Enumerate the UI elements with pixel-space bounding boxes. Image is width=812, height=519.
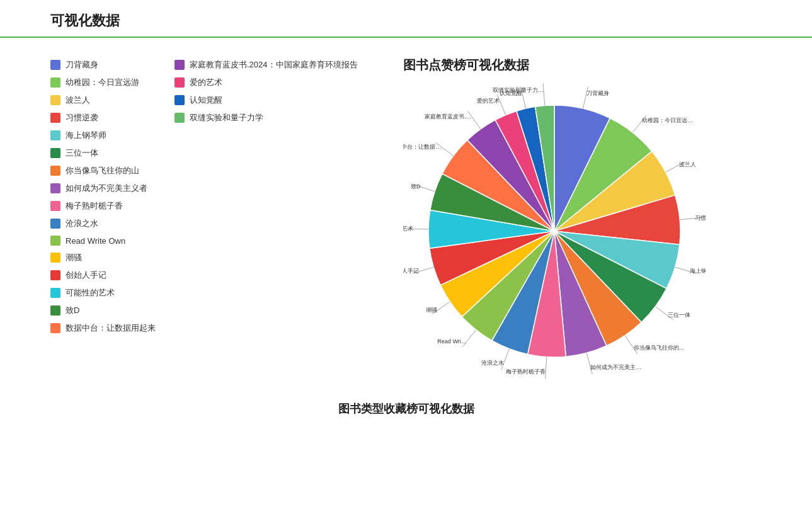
legend-color-box	[50, 148, 60, 158]
pie-chart: 刀背藏身幼稚园：今日宜远…波兰人习惯逆袭海上钢琴师三位一体你当像鸟飞往你的…如何…	[403, 80, 706, 382]
legend-col1: 刀背藏身幼稚园：今日宜远游波兰人习惯逆袭海上钢琴师三位一体你当像鸟飞往你的山如何…	[50, 57, 156, 336]
legend-area: 刀背藏身幼稚园：今日宜远游波兰人习惯逆袭海上钢琴师三位一体你当像鸟飞往你的山如何…	[50, 57, 391, 382]
legend-label: 幼稚园：今日宜远游	[66, 77, 139, 88]
legend-label: 波兰人	[66, 94, 90, 106]
legend-label: 沧浪之水	[66, 218, 98, 229]
legend-label: 可能性的艺术	[66, 287, 115, 299]
legend-item: 刀背藏身	[50, 57, 156, 73]
legend-item: Read Write Own	[50, 233, 156, 248]
legend-color-box	[174, 77, 185, 88]
legend-color-box	[50, 201, 60, 211]
legend-item: 你当像鸟飞往你的山	[50, 163, 156, 179]
legend-color-box	[50, 305, 60, 316]
legend-item: 创始人手记	[50, 267, 156, 283]
legend-label: 三位一体	[66, 147, 98, 159]
pie-label: 潮骚	[426, 307, 437, 313]
pie-label: 三位一体	[668, 312, 690, 318]
legend-item: 海上钢琴师	[50, 127, 156, 144]
pie-label: 双缝实验和量子力…	[493, 87, 544, 93]
legend-label: 海上钢琴师	[66, 130, 106, 141]
legend-item: 认知觉醒	[174, 92, 358, 108]
pie-label: 数据中台：让数据…	[403, 144, 441, 150]
legend-item: 三位一体	[50, 145, 156, 161]
legend-item: 致D	[50, 302, 156, 319]
pie-label: 创始人手记	[403, 268, 419, 274]
pie-label: 致D	[411, 183, 421, 190]
legend-label: 习惯逆袭	[66, 112, 98, 123]
chart-area: 图书点赞榜可视化数据 刀背藏身幼稚园：今日宜远…波兰人习惯逆袭海上钢琴师三位一体…	[403, 57, 793, 382]
legend-item: 家庭教育蓝皮书.2024：中国家庭养育环境报告	[174, 57, 358, 73]
legend-item: 幼稚园：今日宜远游	[50, 74, 156, 91]
legend-label: 创始人手记	[66, 270, 106, 281]
legend-color-box	[50, 253, 60, 263]
legend-color-box	[50, 166, 60, 176]
bottom-chart-title: 图书类型收藏榜可视化数据	[0, 401, 812, 416]
legend-item: 爱的艺术	[174, 74, 358, 91]
pie-label: 梅子熟时栀子香	[505, 368, 546, 375]
page-header: 可视化数据	[0, 0, 812, 38]
legend-color-box	[50, 95, 60, 105]
legend-label: 刀背藏身	[66, 59, 98, 71]
legend-color-box	[174, 60, 185, 70]
pie-label: 爱的艺术	[477, 98, 500, 104]
legend-label: 双缝实验和量子力学	[190, 112, 263, 123]
legend-item: 习惯逆袭	[50, 110, 156, 126]
pie-label: 如何成为不完美主…	[590, 364, 641, 370]
legend-color-box	[50, 219, 60, 229]
pie-label: 幼稚园：今日宜远…	[642, 117, 693, 123]
legend-color-box	[50, 60, 60, 70]
legend-color-box	[50, 236, 60, 246]
pie-label: 沧浪之水	[481, 360, 504, 366]
legend-item: 潮骚	[50, 249, 156, 266]
main-content: 刀背藏身幼稚园：今日宜远游波兰人习惯逆袭海上钢琴师三位一体你当像鸟飞往你的山如何…	[0, 50, 812, 389]
page-title: 可视化数据	[50, 11, 793, 30]
pie-label: 你当像鸟飞往你的…	[634, 345, 685, 351]
legend-label: 致D	[66, 305, 79, 316]
legend-item: 双缝实验和量子力学	[174, 110, 358, 126]
legend-label: 梅子熟时栀子香	[66, 200, 123, 212]
legend-item: 梅子熟时栀子香	[50, 198, 156, 214]
legend-color-box	[50, 270, 60, 280]
legend-label: 你当像鸟飞往你的山	[66, 165, 139, 176]
legend-label: 家庭教育蓝皮书.2024：中国家庭养育环境报告	[190, 59, 358, 71]
pie-label: 可能性的艺术	[403, 225, 413, 232]
legend-color-box	[174, 113, 185, 123]
pie-label: 刀背藏身	[586, 90, 609, 96]
legend-color-box	[50, 77, 60, 88]
legend-item: 可能性的艺术	[50, 285, 156, 301]
legend-col2: 家庭教育蓝皮书.2024：中国家庭养育环境报告爱的艺术认知觉醒双缝实验和量子力学	[174, 57, 358, 336]
pie-wrapper: 刀背藏身幼稚园：今日宜远…波兰人习惯逆袭海上钢琴师三位一体你当像鸟飞往你的…如何…	[403, 80, 706, 382]
pie-label: 海上钢琴师	[690, 268, 706, 274]
pie-label: 家庭教育蓝皮书.…	[425, 113, 472, 120]
legend-label: 爱的艺术	[190, 77, 222, 88]
legend-item: 如何成为不完美主义者	[50, 180, 156, 197]
legend-color-box	[50, 113, 60, 123]
chart-title: 图书点赞榜可视化数据	[403, 57, 529, 74]
legend-label: 认知觉醒	[190, 94, 222, 106]
legend-color-box	[174, 95, 185, 105]
legend-color-box	[50, 183, 60, 193]
legend-color-box	[50, 288, 60, 298]
legend-item: 数据中台：让数据用起来	[50, 320, 156, 336]
legend-color-box	[50, 130, 60, 140]
pie-label: Read Wri…	[437, 338, 466, 345]
legend-label: 数据中台：让数据用起来	[66, 322, 156, 334]
pie-label: 习惯逆袭	[695, 215, 706, 221]
legend-label: Read Write Own	[66, 236, 125, 246]
legend-color-box	[50, 323, 60, 333]
legend-item: 沧浪之水	[50, 215, 156, 232]
legend-item: 波兰人	[50, 92, 156, 108]
legend-label: 如何成为不完美主义者	[66, 183, 147, 194]
legend-columns: 刀背藏身幼稚园：今日宜远游波兰人习惯逆袭海上钢琴师三位一体你当像鸟飞往你的山如何…	[50, 57, 391, 336]
legend-label: 潮骚	[66, 252, 82, 263]
pie-label: 波兰人	[679, 161, 696, 168]
